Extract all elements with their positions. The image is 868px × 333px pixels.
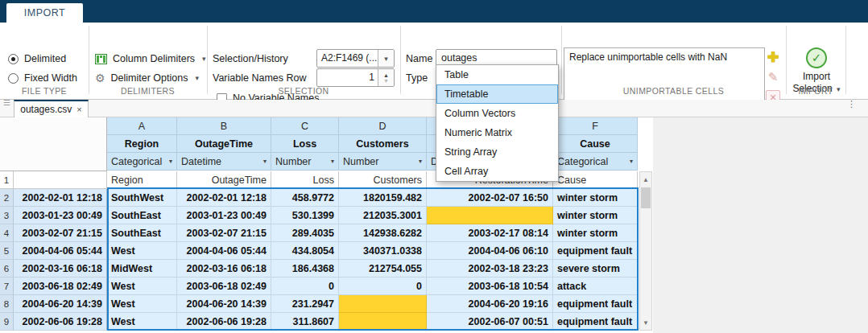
table-cell[interactable]: West xyxy=(107,313,177,331)
table-cell[interactable]: 231.2947 xyxy=(271,295,339,313)
table-cell[interactable]: 2002-06-07 00:51 xyxy=(427,313,553,331)
table-cell[interactable]: MidWest xyxy=(107,260,177,278)
table-cell[interactable]: 434.8054 xyxy=(271,242,339,260)
table-cell[interactable]: 2002-02-01 12:18 xyxy=(177,189,271,207)
table-cell[interactable]: 2002-03-18 23:23 xyxy=(427,260,553,278)
column-type-dropdown[interactable]: Number▾ xyxy=(271,153,339,171)
table-cell[interactable]: 530.1399 xyxy=(271,207,339,224)
table-cell[interactable]: SouthEast xyxy=(107,224,177,242)
column-letter-header[interactable]: A xyxy=(107,117,177,135)
delimiter-options-button[interactable]: ⚙ Delimiter Options ▾ xyxy=(95,71,199,85)
table-cell[interactable]: West xyxy=(107,242,177,260)
column-letter-header[interactable]: B xyxy=(177,117,271,135)
table-cell[interactable]: 2004-04-06 06:10 xyxy=(427,242,553,260)
table-cell[interactable]: 2003-06-18 10:54 xyxy=(427,278,553,295)
table-cell[interactable]: 2003-06-18 02:49 xyxy=(177,278,271,295)
table-cell[interactable]: SouthWest xyxy=(107,189,177,207)
table-cell[interactable]: attack xyxy=(553,278,638,295)
table-cell[interactable]: 212035.3001 xyxy=(339,207,427,224)
unimportable-cell[interactable] xyxy=(339,313,427,331)
table-cell[interactable]: 186.4368 xyxy=(271,260,339,278)
table-cell[interactable]: Cause xyxy=(553,171,638,189)
column-name-header[interactable]: Customers xyxy=(339,135,427,153)
row-time-cell: 2004-06-20 14:39 xyxy=(14,295,107,313)
row-time-cell: 2003-06-18 02:49 xyxy=(14,278,107,295)
unimportable-rules-list[interactable]: Replace unimportable cells with NaN xyxy=(564,47,765,105)
column-name-header[interactable]: OutageTime xyxy=(177,135,271,153)
column-type-dropdown[interactable]: Datetime▾ xyxy=(177,153,271,171)
document-bar-menu-icon[interactable]: ☰ xyxy=(3,101,10,105)
table-cell[interactable]: Loss xyxy=(271,171,339,189)
table-cell[interactable]: 2003-02-07 21:15 xyxy=(177,224,271,242)
table-cell[interactable]: 458.9772 xyxy=(271,189,339,207)
type-menu-item[interactable]: Column Vectors xyxy=(436,104,558,123)
table-cell[interactable]: 142938.6282 xyxy=(339,224,427,242)
radio-delimited-icon[interactable] xyxy=(8,54,19,64)
table-cell[interactable]: SouthEast xyxy=(107,207,177,224)
scroll-up-icon[interactable]: ▲ xyxy=(640,173,651,186)
table-cell[interactable]: winter storm xyxy=(553,207,638,224)
row-time-cell: 2002-03-16 06:18 xyxy=(14,260,107,278)
vertical-scrollbar[interactable]: ▲ ▼ xyxy=(639,171,652,331)
table-cell[interactable]: equipment fault xyxy=(553,313,638,331)
unimportable-cell[interactable] xyxy=(339,295,427,313)
table-cell[interactable]: 212754.055 xyxy=(339,260,427,278)
table-cell[interactable]: 2004-04-06 05:44 xyxy=(177,242,271,260)
tab-outages-csv[interactable]: outages.csv × xyxy=(14,100,89,117)
column-name-header[interactable]: Loss xyxy=(271,135,339,153)
table-cell[interactable]: Region xyxy=(107,171,177,189)
table-cell[interactable]: 2003-01-23 00:49 xyxy=(177,207,271,224)
table-cell[interactable]: winter storm xyxy=(553,224,638,242)
table-cell[interactable]: OutageTime xyxy=(177,171,271,189)
column-letter-header[interactable]: D xyxy=(339,117,427,135)
add-rule-icon[interactable]: ✚ xyxy=(766,50,780,64)
close-tab-icon[interactable]: × xyxy=(76,105,81,114)
column-delimiters-button[interactable]: Column Delimiters ▾ xyxy=(95,51,206,66)
unimportable-rule-item[interactable]: Replace unimportable cells with NaN xyxy=(569,51,727,63)
table-cell[interactable]: 2002-06-06 19:28 xyxy=(177,313,271,331)
radio-fixed-width[interactable]: Fixed Width xyxy=(8,72,77,84)
type-menu-item[interactable]: Numeric Matrix xyxy=(436,123,558,142)
tab-import[interactable]: IMPORT xyxy=(6,3,83,23)
scroll-down-icon[interactable]: ▼ xyxy=(640,316,651,329)
table-cell[interactable]: equipment fault xyxy=(553,242,638,260)
table-cell[interactable]: severe storm xyxy=(553,260,638,278)
column-type-dropdown[interactable]: Number▾ xyxy=(339,153,427,171)
selection-history-dropdown-icon[interactable]: ▾ xyxy=(378,50,394,67)
table-cell[interactable]: 2002-03-16 06:18 xyxy=(177,260,271,278)
radio-delimited[interactable]: Delimited xyxy=(8,52,66,65)
type-menu-item[interactable]: Timetable xyxy=(436,84,558,104)
column-type-dropdown[interactable]: Categorical▾ xyxy=(553,153,638,171)
scrollbar-thumb[interactable] xyxy=(641,187,651,208)
table-cell[interactable]: equipment fault xyxy=(553,295,638,313)
variable-names-row-spinner[interactable]: 1 ▲▼ xyxy=(316,68,395,87)
table-cell[interactable]: 2002-02-07 16:50 xyxy=(427,189,553,207)
column-name-header[interactable]: Cause xyxy=(553,135,638,153)
table-cell[interactable]: West xyxy=(107,278,177,295)
column-name-header[interactable]: Region xyxy=(107,135,177,153)
spinner-arrows-icon[interactable]: ▲▼ xyxy=(378,69,394,86)
table-cell[interactable]: 0 xyxy=(339,278,427,295)
table-cell[interactable]: West xyxy=(107,295,177,313)
type-menu-item[interactable]: Table xyxy=(436,65,558,84)
type-menu-item[interactable]: String Array xyxy=(436,142,558,162)
table-cell[interactable]: 289.4035 xyxy=(271,224,339,242)
table-cell[interactable]: 340371.0338 xyxy=(339,242,427,260)
edit-rule-icon[interactable]: ✎ xyxy=(766,70,780,84)
unimportable-cell[interactable] xyxy=(427,207,553,224)
table-cell[interactable]: 2004-06-20 14:39 xyxy=(177,295,271,313)
table-cell[interactable]: 1820159.482 xyxy=(339,189,427,207)
column-letter-header[interactable]: F xyxy=(553,117,638,135)
table-cell[interactable]: Customers xyxy=(339,171,427,189)
document-bar-options-icon[interactable]: ⋮ xyxy=(847,102,856,106)
column-type-dropdown[interactable]: Categorical▾ xyxy=(107,153,177,171)
table-cell[interactable]: 2003-02-17 08:14 xyxy=(427,224,553,242)
column-letter-header[interactable]: C xyxy=(271,117,339,135)
table-cell[interactable]: 2004-06-20 19:16 xyxy=(427,295,553,313)
type-menu-item[interactable]: Cell Array xyxy=(436,162,558,181)
table-cell[interactable]: winter storm xyxy=(553,189,638,207)
radio-fixed-width-icon[interactable] xyxy=(8,73,19,84)
table-cell[interactable]: 311.8607 xyxy=(271,313,339,331)
table-cell[interactable]: 0 xyxy=(271,278,339,295)
selection-history-combo[interactable]: A2:F1469 (... ▾ xyxy=(316,49,395,68)
